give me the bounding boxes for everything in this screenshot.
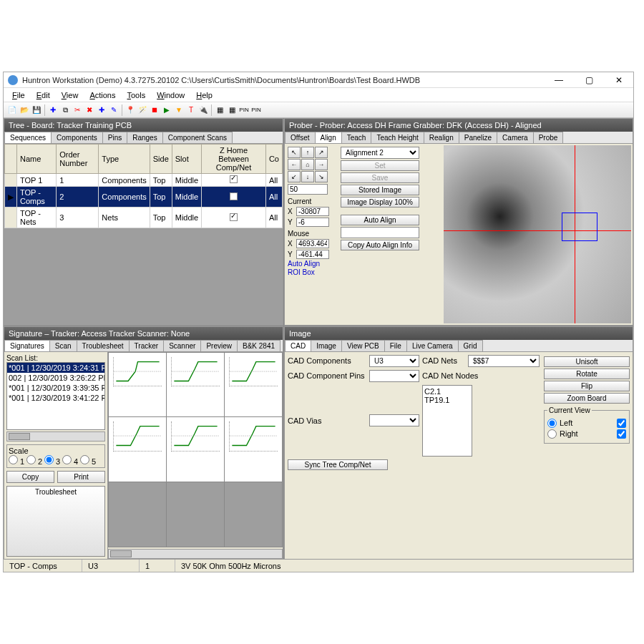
camera-view[interactable] <box>444 145 631 323</box>
tool-wand-icon[interactable]: 🪄 <box>137 104 148 116</box>
tab-image[interactable]: Image <box>311 340 342 351</box>
cad-components-select[interactable]: U3 <box>369 355 419 367</box>
sequence-table[interactable]: NameOrder NumberType SideSlotZ Home Betw… <box>4 144 283 228</box>
signature-cell[interactable] <box>109 417 166 482</box>
tab-scan[interactable]: Scan <box>49 340 77 351</box>
tab-teach-height[interactable]: Teach Height <box>371 132 424 143</box>
net-nodes-list[interactable]: C2.1 TP19.1 <box>422 385 472 457</box>
nav-left-icon[interactable]: ← <box>288 159 301 170</box>
view-left-radio[interactable] <box>547 419 557 428</box>
copy-autoalign-button[interactable]: Copy Auto Align Info <box>341 240 419 250</box>
signature-cell[interactable] <box>167 353 224 417</box>
tool-pin-icon[interactable]: 📍 <box>125 104 136 116</box>
checkbox-icon[interactable] <box>230 175 238 183</box>
menu-window[interactable]: Window <box>151 89 190 101</box>
autoalign-input[interactable] <box>341 227 419 238</box>
mouse-y-input[interactable] <box>296 250 329 259</box>
tool-play-icon[interactable]: ▶ <box>161 104 172 116</box>
menu-edit[interactable]: Edit <box>31 89 56 101</box>
scale-1[interactable]: 1 <box>9 457 24 466</box>
copy-button[interactable]: Copy <box>6 471 54 483</box>
rotate-button[interactable]: Rotate <box>544 369 630 379</box>
set-button[interactable]: Set <box>341 160 419 171</box>
tab-cad[interactable]: CAD <box>285 340 311 351</box>
list-item[interactable]: TP19.1 <box>424 396 470 404</box>
roi-link[interactable]: ROI Box <box>288 268 315 276</box>
scale-3[interactable]: 3 <box>44 457 60 466</box>
roi-box[interactable] <box>562 213 597 241</box>
alignment-select[interactable]: Alignment 2 <box>341 147 419 159</box>
save-button[interactable]: Save <box>341 172 419 183</box>
tool-copy-icon[interactable]: ⧉ <box>59 104 71 116</box>
tool-open-icon[interactable]: 📂 <box>19 104 30 116</box>
mouse-x-input[interactable] <box>296 239 329 248</box>
list-item[interactable]: C2.1 <box>424 387 470 396</box>
table-row[interactable]: TOP - Nets3Nets TopMiddleAll <box>5 208 283 228</box>
list-item[interactable]: 002 | 12/30/2019 3:26:22 PM <box>7 373 104 383</box>
nav-upleft-icon[interactable]: ↖ <box>288 147 301 158</box>
list-item[interactable]: *001 | 12/30/2019 3:41:22 PM <box>7 393 104 403</box>
tool-delete-icon[interactable]: ✖ <box>84 104 95 116</box>
tab-probe[interactable]: Probe <box>533 132 564 143</box>
table-row[interactable]: TOP 11Components TopMiddleAll <box>5 174 283 187</box>
current-x-input[interactable] <box>296 207 329 216</box>
tool-board2-icon[interactable]: ▦ <box>226 104 238 116</box>
menu-file[interactable]: File <box>6 89 31 101</box>
scale-4[interactable]: 4 <box>62 457 78 466</box>
current-y-input[interactable] <box>296 218 329 227</box>
tool-board1-icon[interactable]: ▦ <box>214 104 225 116</box>
tab-viewpcb[interactable]: View PCB <box>341 340 385 351</box>
sync-button[interactable]: Sync Tree Comp/Net <box>288 459 388 470</box>
tab-livecamera[interactable]: Live Camera <box>406 340 459 351</box>
menu-view[interactable]: View <box>56 89 84 101</box>
tab-bk2841[interactable]: B&K 2841 <box>237 340 280 351</box>
menu-tools[interactable]: Tools <box>121 89 151 101</box>
checkbox-icon[interactable] <box>230 213 238 221</box>
image-display-button[interactable]: Image Display 100% <box>341 197 419 208</box>
tool-editrange-icon[interactable]: ✎ <box>108 104 119 116</box>
tab-file[interactable]: File <box>384 340 407 351</box>
tool-addrange-icon[interactable]: ✚ <box>96 104 107 116</box>
tool-pin2-icon[interactable]: PIN <box>250 104 262 116</box>
tool-save-icon[interactable]: 💾 <box>31 104 42 116</box>
signature-scrollbar[interactable] <box>108 549 283 559</box>
cad-pins-select[interactable] <box>369 370 419 382</box>
view-right-radio[interactable] <box>547 429 557 439</box>
tab-pins[interactable]: Pins <box>102 132 127 143</box>
step-input[interactable] <box>288 184 328 195</box>
tab-scanner[interactable]: Scanner <box>163 340 201 351</box>
auto-align-button[interactable]: Auto Align <box>341 215 419 225</box>
nav-home-icon[interactable]: ⌂ <box>301 159 314 170</box>
signature-cell[interactable] <box>167 417 224 482</box>
tool-tree-icon[interactable]: T <box>185 104 197 116</box>
scale-5[interactable]: 5 <box>80 457 96 466</box>
nav-right-icon[interactable]: → <box>315 159 328 170</box>
tab-align[interactable]: Align <box>315 132 342 143</box>
view-right-check[interactable] <box>617 429 626 439</box>
tool-connect-icon[interactable]: 🔌 <box>197 104 209 116</box>
tool-stop-icon[interactable]: ⏹ <box>149 104 160 116</box>
tab-component-scans[interactable]: Component Scans <box>162 132 233 143</box>
tool-filter-icon[interactable]: ▼ <box>173 104 185 116</box>
tab-offset[interactable]: Offset <box>285 132 316 143</box>
tab-sequences[interactable]: Sequences <box>4 132 52 143</box>
flip-button[interactable]: Flip <box>544 381 630 391</box>
scanlist-scrollbar[interactable] <box>6 431 105 441</box>
tool-new-icon[interactable]: 📄 <box>6 104 18 116</box>
view-left-check[interactable] <box>617 419 626 428</box>
scan-list[interactable]: *001 | 12/30/2019 3:24:31 PM 002 | 12/30… <box>6 362 105 430</box>
cad-nets-select[interactable]: $$$7 <box>468 355 540 367</box>
menu-help[interactable]: Help <box>190 89 218 101</box>
stored-image-button[interactable]: Stored Image <box>341 185 419 195</box>
tool-add-icon[interactable]: ✚ <box>47 104 59 116</box>
tab-troublesheet[interactable]: Troublesheet <box>77 340 130 351</box>
tab-tracker[interactable]: Tracker <box>129 340 165 351</box>
unisoft-button[interactable]: Unisoft <box>544 356 630 367</box>
close-button[interactable]: ✕ <box>609 74 629 87</box>
nav-down-icon[interactable]: ↓ <box>301 171 314 182</box>
nav-upright-icon[interactable]: ↗ <box>315 147 328 158</box>
tab-components[interactable]: Components <box>51 132 103 143</box>
checkbox-icon[interactable] <box>230 192 238 200</box>
table-row[interactable]: ▶ TOP - Comps2Components TopMiddleAll <box>5 187 283 208</box>
menu-actions[interactable]: Actions <box>84 89 121 101</box>
